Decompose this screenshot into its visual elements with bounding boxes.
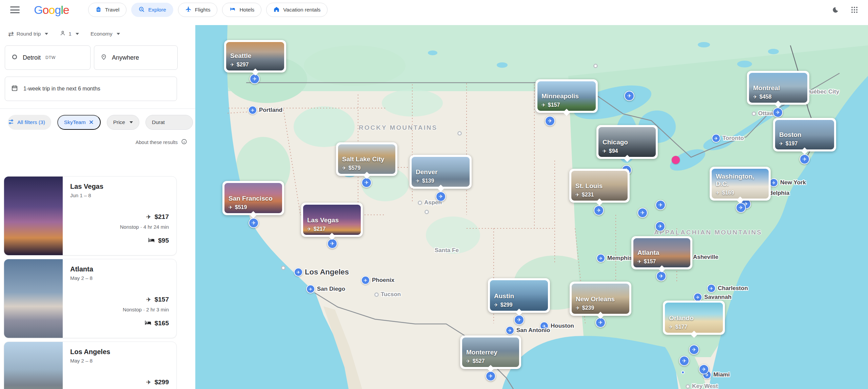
all-filters-button[interactable]: All filters (3) [8,115,51,130]
map-destination-card-montreal[interactable]: Montreal✈$458 [747,71,809,105]
destination-plane-marker-lasvegas[interactable]: ✈ [327,239,337,249]
nav-right-icons [831,5,859,15]
close-icon[interactable]: ✕ [89,119,94,126]
tab-explore[interactable]: Explore [131,3,173,17]
destination-name: Montreal [753,84,780,92]
map-city-label-los-angeles: ✈Los Angeles [294,268,349,277]
main-menu-icon[interactable] [10,6,20,13]
map-destination-card-orlando[interactable]: Orlando✈$177 [663,301,725,335]
explore-map[interactable]: ROCKY MOUNTAINSAPPALACHIAN MOUNTAINS✈Por… [195,25,868,389]
price-value: $527 [473,358,485,364]
destination-field[interactable]: Anywhere [94,45,178,70]
airport-plane-icon[interactable]: ✈ [294,268,303,277]
airport-plane-icon[interactable]: ✈ [712,134,721,143]
destination-plane-marker-minneapolis[interactable]: ✈ [545,116,555,126]
tab-travel[interactable]: Travel [88,3,127,17]
destination-name: Austin [494,292,514,300]
chip-label: Durat [152,119,165,125]
google-apps-grid-icon[interactable] [850,5,859,15]
destination-plane-marker[interactable]: ✈ [637,208,648,218]
flight-icon: ✈ [576,305,580,311]
map-destination-card-boston[interactable]: Boston✈$197 [773,118,836,151]
atlanta-photo [4,259,63,338]
map-city-label-new-york: ✈New York [769,178,806,187]
city-label-text: Portland [259,107,282,114]
airport-plane-icon[interactable]: ✈ [306,285,315,293]
map-destination-card-sanfrancisco[interactable]: San Francisco✈$519 [222,181,284,215]
map-city-label-san-diego: ✈San Diego [306,285,345,293]
result-card-atlanta[interactable]: Atlanta May 2 – 8 ✈$157 Nonstop · 2 hr 3… [4,259,177,338]
map-destination-card-seattle[interactable]: Seattle✈$297 [224,40,286,73]
city-dot-icon [752,111,756,116]
map-destination-card-lasvegas[interactable]: Las Vegas✈$217 [301,203,363,237]
destination-photo: New Orleans✈$239 [572,284,629,314]
google-logo[interactable]: Google [34,3,69,17]
dark-mode-moon-icon[interactable] [831,5,840,15]
destination-plane-marker-neworleans[interactable]: ✈ [595,318,606,328]
airport-plane-icon[interactable]: ✈ [361,276,370,285]
airport-plane-icon[interactable]: ✈ [506,326,514,335]
destination-plane-marker-atlanta[interactable]: ✈ [656,271,666,281]
origin-field[interactable]: Detroit DTW [5,45,91,70]
flight-price: $299 [155,378,169,386]
destination-plane-marker-montreal[interactable]: ✈ [773,107,783,118]
map-destination-card-saltlakecity[interactable]: Salt Lake City✈$579 [336,142,397,176]
airport-plane-icon[interactable]: ✈ [707,284,716,293]
destination-plane-marker-washington[interactable]: ✈ [736,203,746,213]
destination-name: Monterrey [466,349,497,356]
map-destination-card-denver[interactable]: Denver✈$139 [410,155,472,189]
result-card-las-vegas[interactable]: Las Vegas Jun 1 – 8 ✈$217 Nonstop · 4 hr… [4,176,177,255]
origin-marker-detroit[interactable] [672,156,680,164]
city-label-text: Savannah [704,294,731,301]
destination-plane-marker-austin[interactable]: ✈ [514,315,524,325]
destination-plane-marker-denver[interactable]: ✈ [436,191,446,202]
destination-plane-marker[interactable]: ✈ [679,356,689,366]
map-destination-card-washington[interactable]: Washington, D.C.✈$169 [710,167,771,201]
map-destination-card-monterrey[interactable]: Monterrey✈$527 [460,335,521,369]
destination-price: ✈$157 [637,259,656,265]
cabin-class-selector[interactable]: Economy [91,31,120,37]
map-destination-card-neworleans[interactable]: New Orleans✈$239 [570,282,631,316]
filter-chip-duration-clipped[interactable]: Durat [145,115,193,130]
passenger-selector[interactable]: 1 [60,30,79,38]
destination-price: ✈$157 [541,102,560,108]
calendar-icon [11,85,18,93]
tab-vacation-rentals[interactable]: Vacation rentals [266,3,328,17]
map-destination-card-atlanta[interactable]: Atlanta✈$157 [631,236,692,269]
destination-plane-marker-seattle[interactable]: ✈ [250,74,260,84]
map-destination-card-stlouis[interactable]: St. Louis✈$231 [569,169,630,203]
map-destination-card-chicago[interactable]: Chicago✈$94 [596,125,658,159]
destination-photo: Las Vegas✈$217 [303,205,361,235]
destination-price: ✈$231 [575,192,594,198]
tab-hotels[interactable]: Hotels [222,3,261,17]
destination-plane-marker-saltlakecity[interactable]: ✈ [361,178,372,188]
destination-price: ✈$458 [753,94,771,100]
destination-plane-marker[interactable]: ✈ [655,221,665,231]
destination-name: Atlanta [637,249,659,257]
destination-plane-marker[interactable]: ✈ [699,364,709,374]
destination-plane-marker[interactable]: ✈ [655,200,666,210]
price-value: $157 [644,259,656,265]
trip-type-selector[interactable]: ⇄ Round trip [8,30,48,38]
info-icon[interactable] [181,139,187,146]
filter-chip-skyteam[interactable]: SkyTeam ✕ [57,115,101,130]
destination-plane-marker-boston[interactable]: ✈ [800,154,810,164]
airport-plane-icon[interactable]: ✈ [596,254,605,263]
price-value: $94 [609,148,618,154]
map-destination-card-austin[interactable]: Austin✈$299 [488,278,550,313]
map-destination-card-minneapolis[interactable]: Minneapolis✈$157 [535,79,598,113]
destination-plane-marker-orlando[interactable]: ✈ [689,345,699,355]
destination-plane-marker-sanfrancisco[interactable]: ✈ [249,218,259,228]
destination-plane-marker-stlouis[interactable]: ✈ [594,205,604,216]
result-dates: May 2 – 8 [70,358,169,364]
hotels-icon [229,6,236,14]
dates-field[interactable]: 1-week trip in the next 6 months [5,77,177,101]
tab-flights[interactable]: Flights [178,3,218,17]
destination-price: ✈$299 [494,302,512,308]
destination-plane-marker-monterrey[interactable]: ✈ [486,371,496,381]
destination-photo: Boston✈$197 [775,120,834,149]
airport-plane-icon[interactable]: ✈ [248,106,257,115]
destination-plane-marker[interactable]: ✈ [624,91,634,101]
result-card-los-angeles[interactable]: Los Angeles May 2 – 8 ✈$299 Nonstop · 4 … [4,342,177,389]
filter-chip-price[interactable]: Price [107,115,139,130]
